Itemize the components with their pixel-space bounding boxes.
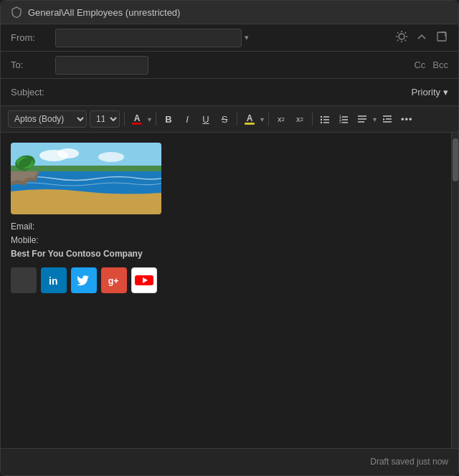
compose-body: Email: Mobile: Best For You Contoso Comp…: [1, 133, 458, 448]
font-color-button[interactable]: A: [129, 110, 145, 128]
cc-bcc-buttons: Cc Bcc: [414, 60, 448, 70]
svg-line-5: [397, 32, 398, 33]
font-size-select[interactable]: 11: [90, 110, 120, 128]
editor-area[interactable]: Email: Mobile: Best For You Contoso Comp…: [1, 133, 451, 448]
draft-status: Draft saved just now: [370, 457, 448, 467]
to-input[interactable]: [55, 56, 148, 75]
social-icons-row: in g+: [11, 267, 441, 293]
svg-line-8: [397, 39, 398, 40]
from-input[interactable]: [55, 29, 242, 47]
svg-text:3.: 3.: [339, 120, 342, 124]
from-row: From: ▾: [1, 24, 458, 52]
email-compose-window: General\All Employees (unrestricted) Fro…: [0, 0, 459, 476]
signature-image: [11, 143, 161, 214]
header-action-icons: [395, 30, 448, 46]
subject-label: Subject:: [11, 87, 55, 97]
indent-button[interactable]: [379, 110, 395, 128]
formatting-toolbar: Aptos (Body) 11 A ▾ B I U S A ▾ x2 x2: [1, 106, 458, 133]
sensitivity-label: General\All Employees (unrestricted): [28, 7, 180, 18]
toolbar-separator-2: [156, 113, 156, 125]
subject-row: Subject: Priority ▾: [1, 79, 458, 106]
toolbar-separator-3: [237, 113, 237, 125]
strikethrough-button[interactable]: S: [217, 110, 232, 128]
social-gplus-icon[interactable]: g+: [101, 267, 127, 293]
svg-point-12: [321, 119, 322, 120]
status-bar: Draft saved just now: [1, 448, 458, 475]
svg-point-14: [321, 122, 322, 123]
highlight-button[interactable]: A: [242, 110, 257, 128]
underline-button[interactable]: U: [198, 110, 214, 128]
superscript-button[interactable]: x2: [273, 110, 289, 128]
email-signature: Email: Mobile: Best For You Contoso Comp…: [11, 220, 441, 262]
svg-text:g+: g+: [108, 276, 119, 286]
shield-icon: [11, 6, 22, 18]
font-color-dropdown-icon[interactable]: ▾: [148, 115, 151, 123]
svg-marker-40: [143, 277, 148, 283]
social-linkedin-icon[interactable]: in: [41, 267, 67, 293]
highlight-letter: A: [247, 114, 253, 123]
from-input-wrap: ▾: [55, 29, 395, 47]
align-button[interactable]: [354, 110, 370, 128]
svg-point-10: [321, 116, 322, 118]
to-row: To: Cc Bcc: [1, 52, 458, 79]
bullet-list-button[interactable]: [317, 110, 333, 128]
svg-point-30: [57, 148, 79, 158]
italic-button[interactable]: I: [179, 110, 195, 128]
toolbar-separator-1: [124, 113, 125, 125]
priority-label: Priority: [412, 87, 440, 97]
toolbar-separator-4: [268, 113, 269, 125]
bold-button[interactable]: B: [161, 110, 176, 128]
more-options-button[interactable]: •••: [398, 110, 416, 128]
priority-chevron-icon: ▾: [443, 87, 448, 97]
svg-line-7: [405, 32, 406, 33]
svg-point-0: [399, 34, 404, 39]
collapse-icon[interactable]: [415, 30, 428, 46]
svg-line-6: [405, 39, 406, 40]
subject-input[interactable]: [55, 83, 412, 102]
svg-point-31: [98, 152, 124, 162]
social-blank-icon[interactable]: [11, 267, 37, 293]
company-line: Best For You Contoso Company: [11, 247, 441, 261]
toolbar-separator-5: [312, 113, 313, 125]
priority-button[interactable]: Priority ▾: [412, 87, 448, 97]
from-label: From:: [11, 32, 55, 43]
social-youtube-icon[interactable]: [131, 267, 157, 293]
sensitivity-bar: General\All Employees (unrestricted): [1, 1, 458, 24]
subscript-button[interactable]: x2: [292, 110, 308, 128]
font-color-bar: [132, 123, 142, 125]
svg-rect-9: [437, 32, 446, 41]
to-label: To:: [11, 60, 55, 70]
cc-button[interactable]: Cc: [414, 60, 425, 70]
font-color-letter: A: [134, 114, 141, 123]
youtube-inner: [135, 275, 153, 285]
scrollbar-thumb[interactable]: [453, 138, 458, 181]
social-twitter-icon[interactable]: [71, 267, 97, 293]
expand-icon[interactable]: [435, 30, 448, 46]
from-dropdown-arrow[interactable]: ▾: [245, 33, 249, 42]
svg-text:in: in: [49, 275, 57, 287]
font-family-select[interactable]: Aptos (Body): [8, 110, 87, 128]
email-line: Email:: [11, 220, 441, 234]
highlight-dropdown-icon[interactable]: ▾: [260, 115, 264, 123]
numbered-list-button[interactable]: 1. 2. 3.: [336, 110, 351, 128]
align-dropdown-icon[interactable]: ▾: [373, 115, 377, 123]
highlight-bar: [245, 123, 255, 125]
theme-icon[interactable]: [395, 30, 408, 46]
mobile-line: Mobile:: [11, 234, 441, 247]
bcc-button[interactable]: Bcc: [432, 60, 448, 70]
scrollbar[interactable]: [451, 133, 458, 448]
